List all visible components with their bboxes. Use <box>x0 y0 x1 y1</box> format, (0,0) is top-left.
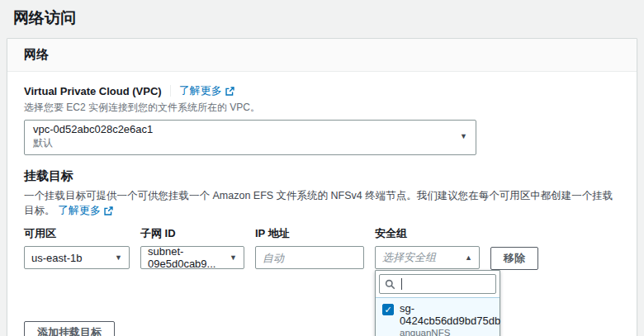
option-text: sg-0424cb56dd9bd75db anquanNFS <box>400 302 500 336</box>
external-link-icon <box>104 206 113 215</box>
vpc-label-row: Virtual Private Cloud (VPC) 了解更多 <box>24 83 620 98</box>
security-group-placeholder: 选择安全组 <box>382 250 436 265</box>
search-icon <box>385 279 395 290</box>
vpc-select-subtitle: 默认 <box>33 136 153 150</box>
checkbox-icon[interactable] <box>382 304 394 315</box>
text-cursor <box>401 278 402 290</box>
remove-mount-target-button[interactable]: 移除 <box>490 247 538 270</box>
availability-zone-value: us-east-1b <box>31 252 82 264</box>
network-panel: 网络 Virtual Private Cloud (VPC) 了解更多 选择您要… <box>7 38 637 336</box>
mount-targets-learn-more-label: 了解更多 <box>58 203 101 218</box>
security-group-dropdown: sg-0424cb56dd9bd75db anquanNFS sg-038206… <box>375 270 500 336</box>
security-group-header: 安全组 <box>375 226 480 241</box>
subnet-column: 子网 ID subnet-09e5d0cab9... ▼ <box>140 226 244 269</box>
availability-zone-header: 可用区 <box>24 226 130 241</box>
security-group-column: 安全组 选择安全组 ▲ sg-04 <box>375 226 480 269</box>
vpc-learn-more-link[interactable]: 了解更多 <box>179 83 234 98</box>
chevron-down-icon: ▼ <box>460 133 467 140</box>
vpc-learn-more-label: 了解更多 <box>179 83 222 98</box>
vpc-select-text: vpc-0d52abc028c2e6ac1 默认 <box>33 123 153 150</box>
network-section-header: 网络 <box>7 39 637 72</box>
security-group-select[interactable]: 选择安全组 ▲ <box>375 246 480 269</box>
mount-targets-learn-more-link[interactable]: 了解更多 <box>58 203 113 218</box>
ip-address-input[interactable] <box>255 246 364 269</box>
availability-zone-select[interactable]: us-east-1b ▼ <box>24 246 130 269</box>
subnet-header: 子网 ID <box>140 226 244 241</box>
ip-address-header: IP 地址 <box>255 226 364 241</box>
mount-targets-description: 一个挂载目标可提供一个可供您挂载一个 Amazon EFS 文件系统的 NFSv… <box>24 189 620 218</box>
mount-target-row: 可用区 us-east-1b ▼ 子网 ID subnet-09e5d0cab9… <box>24 226 620 270</box>
add-mount-target-button[interactable]: 添加挂载目标 <box>24 321 115 336</box>
ip-address-column: IP 地址 <box>255 226 364 269</box>
chevron-up-icon: ▲ <box>465 254 472 262</box>
vpc-select-value: vpc-0d52abc028c2e6ac1 <box>33 123 153 135</box>
security-group-id: sg-0424cb56dd9bd75db <box>400 302 500 327</box>
chevron-down-icon: ▼ <box>115 254 122 262</box>
vpc-label: Virtual Private Cloud (VPC) <box>24 85 162 97</box>
mount-targets-heading: 挂载目标 <box>24 168 620 184</box>
security-group-option[interactable]: sg-0424cb56dd9bd75db anquanNFS <box>376 297 500 336</box>
external-link-icon <box>225 87 234 96</box>
page-title: 网络访问 <box>13 7 631 29</box>
security-group-search-input[interactable] <box>379 274 496 294</box>
security-group-name: anquanNFS <box>400 328 500 336</box>
availability-zone-column: 可用区 us-east-1b ▼ <box>24 226 130 269</box>
vpc-help-text: 选择您要 EC2 实例连接到您的文件系统所在的 VPC。 <box>24 101 620 115</box>
subnet-value: subnet-09e5d0cab9... <box>148 245 230 270</box>
label-divider <box>170 85 171 97</box>
chevron-down-icon: ▼ <box>230 254 237 262</box>
vpc-select[interactable]: vpc-0d52abc028c2e6ac1 默认 ▼ <box>24 120 476 155</box>
subnet-select[interactable]: subnet-09e5d0cab9... ▼ <box>140 246 244 269</box>
network-panel-body: Virtual Private Cloud (VPC) 了解更多 选择您要 EC… <box>7 72 637 336</box>
